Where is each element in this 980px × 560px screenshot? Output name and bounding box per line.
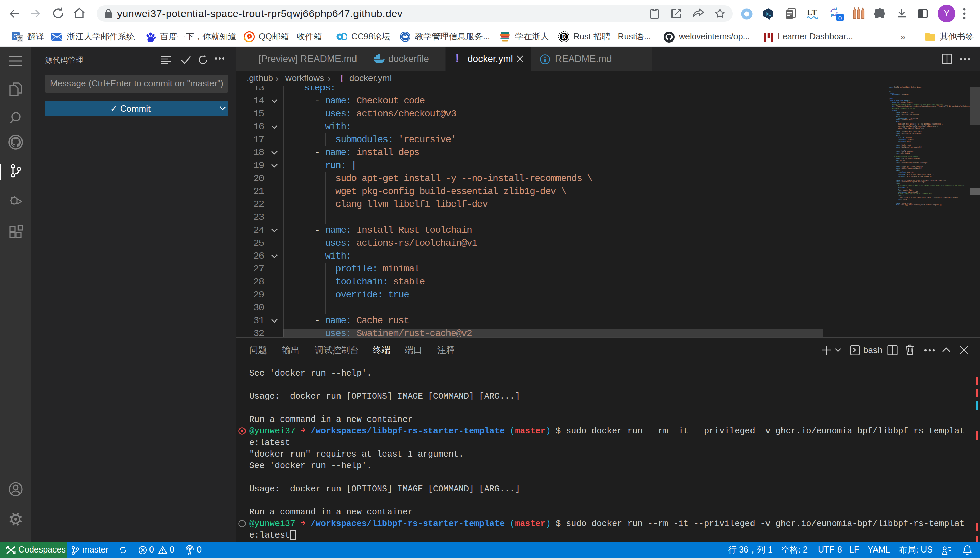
svg-text:R: R <box>562 33 567 40</box>
svg-text:文: 文 <box>18 35 23 41</box>
